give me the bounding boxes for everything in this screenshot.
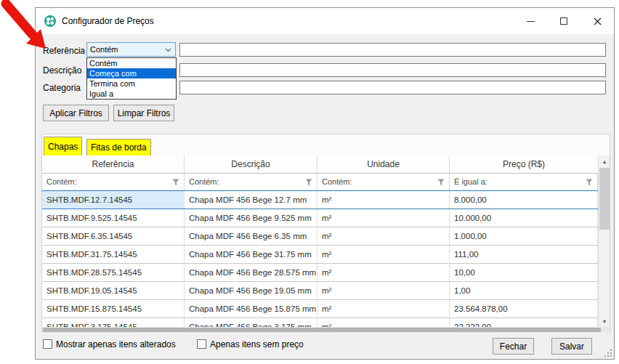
reference-operator-value: Contém xyxy=(90,45,118,54)
cell-preco: 111,00 xyxy=(450,246,598,263)
filter-cell-descricao[interactable]: Contém: xyxy=(185,174,317,190)
category-label: Categoria xyxy=(43,83,81,93)
tab-fitas-de-borda[interactable]: Fitas de borda xyxy=(86,139,151,155)
filter-funnel-icon[interactable] xyxy=(437,179,445,186)
horizontal-scrollbar[interactable] xyxy=(42,327,610,333)
filter-cell-preco[interactable]: É igual a: xyxy=(450,174,598,190)
dropdown-option-contem[interactable]: Contém xyxy=(87,58,176,68)
tab-chapas[interactable]: Chapas xyxy=(44,137,82,155)
cell-preco: 8.000,00 xyxy=(450,191,598,209)
column-header-preco[interactable]: Preço (R$) xyxy=(450,155,598,173)
checkbox-items-without-price[interactable] xyxy=(197,339,206,349)
cell-descricao: Chapa MDF 456 Bege 6.35 mm xyxy=(185,227,317,245)
cell-preco: 22.222,00 xyxy=(450,318,598,327)
cell-referencia: SHTB.MDF.31.75.14545 xyxy=(42,246,185,263)
cell-referencia: SHTB.MDF.28.575.14545 xyxy=(42,264,185,281)
cell-preco: 23.564.878,00 xyxy=(450,300,598,318)
grid-body: SHTB.MDF.12.7.14545 Chapa MDF 456 Bege 1… xyxy=(42,190,598,327)
reference-operator-dropdown: Contém Começa com Termina com Igual a xyxy=(86,57,177,100)
close-icon xyxy=(594,17,602,25)
description-label: Descrição xyxy=(43,65,81,76)
cell-referencia: SHTB.MDF.9.525.14545 xyxy=(42,209,185,227)
title-bar: Configurador de Preços xyxy=(36,8,614,34)
grid-filter-row: Contém: Contém: Contém: É igual a: xyxy=(42,174,598,190)
minimize-button[interactable] xyxy=(514,8,547,34)
checkbox-show-changed-items[interactable] xyxy=(43,339,52,349)
table-row[interactable]: SHTB.MDF.31.75.14545 Chapa MDF 456 Bege … xyxy=(42,246,598,264)
apply-filters-button[interactable]: Aplicar Filtros xyxy=(43,105,109,121)
table-row[interactable]: SHTB.MDF.12.7.14545 Chapa MDF 456 Bege 1… xyxy=(42,190,598,209)
dropdown-option-termina-com[interactable]: Termina com xyxy=(87,78,176,89)
cell-unidade: m² xyxy=(317,209,450,227)
cell-unidade: m² xyxy=(317,318,450,327)
table-row[interactable]: SHTB.MDF.28.575.14545 Chapa MDF 456 Bege… xyxy=(42,264,598,282)
cell-unidade: m² xyxy=(317,300,450,318)
scroll-down-icon[interactable]: ▼ xyxy=(599,315,610,327)
dropdown-option-comeca-com[interactable]: Começa com xyxy=(87,68,176,78)
cell-unidade: m² xyxy=(317,246,450,263)
cell-descricao: Chapa MDF 456 Bege 3.175 mm xyxy=(185,318,317,327)
cell-referencia: SHTB.MDF.6.35.14545 xyxy=(42,227,185,245)
app-window: Configurador de Preços Referência Descri… xyxy=(35,7,615,360)
table-row[interactable]: SHTB.MDF.3.175.14545 Chapa MDF 456 Bege … xyxy=(42,318,598,327)
grid-header-row: Referência Descrição Unidade Preço (R$) xyxy=(42,155,598,174)
reference-label: Referência xyxy=(43,46,85,56)
window-title: Configurador de Preços xyxy=(62,16,154,26)
close-button[interactable] xyxy=(580,8,614,34)
column-header-descricao[interactable]: Descrição xyxy=(185,155,317,173)
filter-funnel-icon[interactable] xyxy=(305,179,312,186)
cell-unidade: m² xyxy=(317,227,450,245)
fechar-button[interactable]: Fechar xyxy=(493,338,534,355)
cell-descricao: Chapa MDF 456 Bege 15.875 mm xyxy=(185,300,317,318)
cell-descricao: Chapa MDF 456 Bege 9.525 mm xyxy=(185,209,317,227)
price-grid: Referência Descrição Unidade Preço (R$) … xyxy=(42,155,610,333)
cell-descricao: Chapa MDF 456 Bege 31.75 mm xyxy=(185,246,317,263)
cell-preco: 1.000,00 xyxy=(450,227,598,245)
table-row[interactable]: SHTB.MDF.19.05.14545 Chapa MDF 456 Bege … xyxy=(42,282,598,300)
minimize-icon xyxy=(527,21,535,22)
dropdown-option-igual-a[interactable]: Igual a xyxy=(87,89,176,99)
column-header-referencia[interactable]: Referência xyxy=(42,155,185,173)
cell-referencia: SHTB.MDF.19.05.14545 xyxy=(42,282,185,299)
vertical-scrollbar[interactable]: ▲ ▼ xyxy=(598,155,610,327)
checkbox-items-without-price-label: Apenas itens sem preço xyxy=(210,339,304,349)
column-header-unidade[interactable]: Unidade xyxy=(317,155,450,173)
cell-preco: 1,00 xyxy=(450,282,598,299)
filter-funnel-icon[interactable] xyxy=(586,179,593,186)
checkbox-show-changed-label: Mostrar apenas itens alterados xyxy=(56,339,176,349)
cell-descricao: Chapa MDF 456 Bege 12.7 mm xyxy=(185,191,317,209)
cell-unidade: m² xyxy=(317,282,450,299)
vertical-scrollbar-thumb[interactable] xyxy=(599,168,610,230)
cell-descricao: Chapa MDF 456 Bege 19.05 mm xyxy=(185,282,317,299)
filter-cell-referencia[interactable]: Contém: xyxy=(42,174,185,190)
reference-operator-select[interactable]: Contém xyxy=(86,42,176,57)
cell-preco: 10.000,00 xyxy=(450,209,598,227)
cell-unidade: m² xyxy=(317,264,450,281)
table-row[interactable]: SHTB.MDF.15.875.14545 Chapa MDF 456 Bege… xyxy=(42,300,598,318)
maximize-icon xyxy=(560,17,567,25)
cell-preco: 10,00 xyxy=(450,264,598,281)
cell-referencia: SHTB.MDF.15.875.14545 xyxy=(42,300,185,318)
chevron-down-icon xyxy=(165,48,171,52)
cell-descricao: Chapa MDF 456 Bege 28.575 mm xyxy=(185,264,317,281)
app-logo-icon xyxy=(44,15,56,27)
filter-funnel-icon[interactable] xyxy=(172,179,179,186)
table-row[interactable]: SHTB.MDF.6.35.14545 Chapa MDF 456 Bege 6… xyxy=(42,227,598,246)
resize-grip[interactable] xyxy=(604,349,612,357)
filter-cell-unidade[interactable]: Contém: xyxy=(317,174,450,190)
cell-referencia: SHTB.MDF.12.7.14545 xyxy=(42,191,185,209)
category-input[interactable] xyxy=(179,81,606,94)
scroll-up-icon[interactable]: ▲ xyxy=(599,155,610,167)
price-tab-control: Chapas Fitas de borda Referência Descriç… xyxy=(41,134,610,333)
cell-unidade: m² xyxy=(317,191,450,209)
clear-filters-button[interactable]: Limpar Filtros xyxy=(113,105,174,121)
reference-input[interactable] xyxy=(179,43,606,57)
cell-referencia: SHTB.MDF.3.175.14545 xyxy=(42,318,185,327)
table-row[interactable]: SHTB.MDF.9.525.14545 Chapa MDF 456 Bege … xyxy=(42,209,598,227)
horizontal-scrollbar-thumb[interactable] xyxy=(43,328,601,332)
description-input[interactable] xyxy=(179,63,606,77)
maximize-button[interactable] xyxy=(547,8,580,34)
salvar-button[interactable]: Salvar xyxy=(551,338,592,355)
